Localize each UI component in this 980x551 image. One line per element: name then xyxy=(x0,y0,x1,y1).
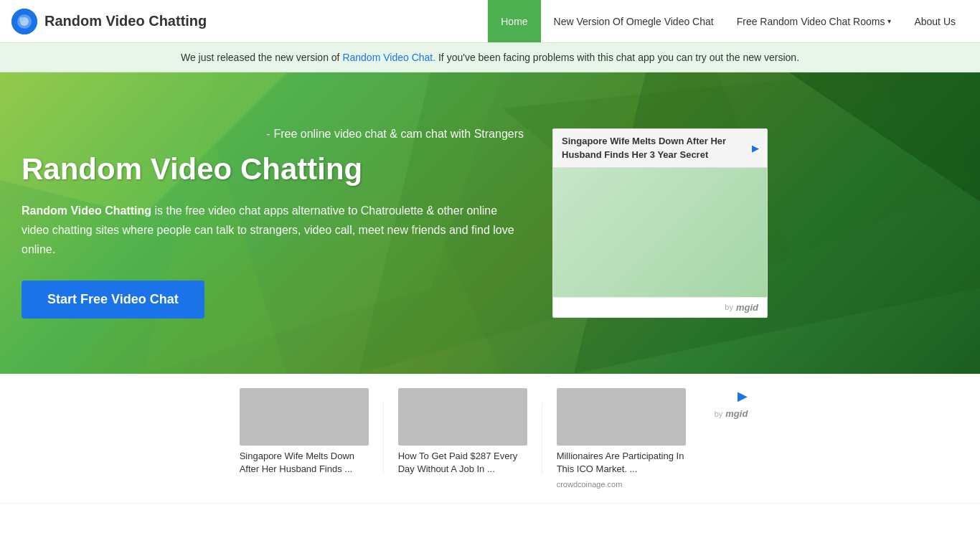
strip-mgid-brand: mgid xyxy=(725,408,748,419)
brand-icon xyxy=(11,9,37,34)
hero-subtitle: - Free online video chat & cam chat with… xyxy=(22,128,524,141)
hero-ad-card: Singapore Wife Melts Down After Her Husb… xyxy=(552,128,768,317)
ads-strip-right: ▶ by mgid xyxy=(700,388,755,419)
announcement-prefix: We just released the new version of xyxy=(181,52,342,63)
nav-about[interactable]: About Us xyxy=(901,0,969,42)
mgid-by-label: by xyxy=(725,303,733,311)
hero-ad-title: Singapore Wife Melts Down After Her Husb… xyxy=(562,135,748,161)
ad-item-3: Millionaires Are Participating In This I… xyxy=(542,388,700,489)
chevron-down-icon: ▾ xyxy=(887,17,891,25)
hero-ad-body xyxy=(553,168,767,297)
hero-ad-header: Singapore Wife Melts Down After Her Husb… xyxy=(553,129,767,167)
svg-point-3 xyxy=(19,17,24,22)
hero-title: Random Video Chatting xyxy=(22,152,524,187)
bottom-section: Our video chat is so simple that you can… xyxy=(0,504,980,551)
ad-title-2: How To Get Paid $287 Every Day Without A… xyxy=(398,450,527,476)
ad-thumb-2 xyxy=(398,388,527,446)
ad-item-2: How To Get Paid $287 Every Day Without A… xyxy=(384,388,542,476)
announcement-suffix: If you've been facing problems with this… xyxy=(435,52,799,63)
nav-rooms-label: Free Random Video Chat Rooms xyxy=(737,16,885,27)
hero-desc-bold: Random Video Chatting xyxy=(22,204,151,217)
brand-logo[interactable]: Random Video Chatting xyxy=(11,9,488,34)
announcement-link[interactable]: Random Video Chat. xyxy=(342,52,435,63)
svg-marker-8 xyxy=(789,72,980,202)
ad-item-1: Singapore Wife Melts Down After Her Husb… xyxy=(225,388,383,476)
hero-ad-footer: by mgid xyxy=(553,297,767,317)
hero-content: - Free online video chat & cam chat with… xyxy=(22,128,524,319)
ad-title-3: Millionaires Are Participating In This I… xyxy=(557,450,686,476)
ad-thumb-1 xyxy=(240,388,369,446)
ad-source-3: crowdcoinage.com xyxy=(557,480,686,489)
nav-home[interactable]: Home xyxy=(488,0,540,42)
bottom-title: Our video chat is so simple that you can… xyxy=(167,547,813,551)
nav-rooms[interactable]: Free Random Video Chat Rooms ▾ xyxy=(727,0,902,42)
strip-play-icon: ▶ xyxy=(738,388,748,404)
announcement-bar: We just released the new version of Rand… xyxy=(0,43,980,72)
ad-marker-icon: ▶ xyxy=(752,143,758,154)
nav-omegle[interactable]: New Version Of Omegle Video Chat xyxy=(541,0,727,42)
navbar: Random Video Chatting Home New Version O… xyxy=(0,0,980,43)
nav-links: Home New Version Of Omegle Video Chat Fr… xyxy=(488,0,969,42)
strip-mgid: by mgid xyxy=(715,408,748,419)
mgid-brand-label: mgid xyxy=(736,302,758,313)
ads-strip: Singapore Wife Melts Down After Her Husb… xyxy=(0,374,980,504)
ad-thumb-3 xyxy=(557,388,686,446)
hero-description: Random Video Chatting is the free video … xyxy=(22,201,524,260)
brand-name: Random Video Chatting xyxy=(44,13,207,29)
hero-section: - Free online video chat & cam chat with… xyxy=(0,72,980,374)
strip-mgid-by: by xyxy=(715,410,723,418)
start-video-chat-button[interactable]: Start Free Video Chat xyxy=(22,281,204,319)
ad-title-1: Singapore Wife Melts Down After Her Husb… xyxy=(240,450,369,476)
